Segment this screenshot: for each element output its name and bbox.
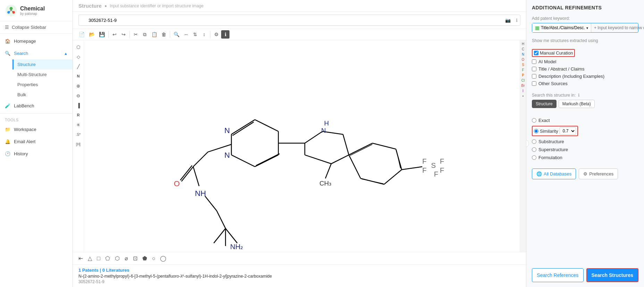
circle-ring-btn[interactable]: ⊡ (132, 254, 139, 262)
other-sources-label: Other Sources (538, 81, 568, 86)
radio-row-formulation: Formulation (532, 154, 638, 162)
element-Cl[interactable]: Cl (521, 78, 525, 83)
right-refinement-panel: › ADDITIONAL REFINEMENTS Add patent keyw… (526, 0, 644, 287)
diamond-btn[interactable]: ⌀ (123, 254, 129, 262)
move-tool-btn[interactable]: ⇤ (77, 254, 84, 262)
open-btn[interactable]: 📂 (87, 30, 97, 39)
hexagon-btn[interactable]: ⬡ (114, 254, 121, 262)
formulation-label: Formulation (538, 155, 562, 160)
flip-v-btn[interactable]: ⇅ (191, 30, 199, 39)
search-in-options: Structure Markush (Beta) (532, 100, 638, 108)
star-tool-btn[interactable]: ✳ (74, 120, 83, 129)
molecule-canvas[interactable]: N N O NH (84, 40, 520, 252)
compound-input[interactable] (78, 15, 520, 26)
delete-btn[interactable]: 🗑 (160, 30, 168, 39)
element-F[interactable]: F (521, 68, 524, 72)
element-C[interactable]: C (521, 47, 525, 51)
all-databases-btn[interactable]: 🌐 All Databases (532, 169, 576, 179)
redo-btn[interactable]: ↪ (119, 30, 128, 39)
ellipse-btn[interactable]: ○ (151, 255, 157, 262)
search-references-button[interactable]: Search References (532, 268, 584, 282)
minus-tool-btn[interactable]: ⊖ (74, 91, 83, 100)
search-expand-icon: ▲ (64, 51, 68, 56)
preferences-btn[interactable]: ⚙ Preferences (579, 169, 618, 179)
element-more[interactable]: • (522, 94, 524, 98)
exact-radio[interactable] (532, 118, 536, 123)
keyword-input[interactable] (591, 23, 644, 32)
undo-btn[interactable]: ↩ (110, 30, 119, 39)
sidebar: Chemical by patsnap ☰ Collapse Sidebar 🏠… (0, 0, 73, 287)
fit-width-btn[interactable]: ↔ (182, 30, 190, 39)
flip-h-btn[interactable]: ↕ (200, 30, 208, 39)
settings-btn[interactable]: ⚙ (212, 30, 220, 39)
title-abstract-claims-checkbox[interactable] (532, 67, 536, 71)
main-content-area: ❓ ⊞ 👤 Structure ● Input substance identi… (73, 0, 644, 287)
element-P[interactable]: P (521, 73, 525, 77)
similarity-value-select[interactable]: 0.7 0.6 0.8 0.9 (560, 127, 576, 135)
similarity-radio[interactable] (534, 129, 538, 133)
h-tool-btn[interactable]: [H] (74, 140, 83, 149)
save-btn[interactable]: 💾 (97, 30, 107, 39)
s-tool-btn[interactable]: .S* (74, 130, 83, 139)
sidebar-sub-structure[interactable]: Structure (12, 59, 73, 69)
checkbox-row-ai-model: AI Model (532, 58, 638, 65)
molecule-svg: N N O NH (84, 40, 520, 252)
radio-row-substructure: Substructure (532, 138, 638, 146)
octagon-btn[interactable]: ⬟ (141, 254, 149, 262)
sidebar-item-search[interactable]: 🔍 Search ▲ (0, 47, 73, 59)
element-I[interactable]: I (522, 89, 524, 93)
superstructure-radio[interactable] (532, 147, 536, 152)
new-doc-btn[interactable]: 📄 (77, 30, 86, 39)
paste-btn[interactable]: 📋 (150, 30, 159, 39)
substructure-radio[interactable] (532, 139, 536, 144)
sidebar-sub-multi-structure[interactable]: Multi-Structure (12, 69, 73, 80)
svg-line-32 (343, 134, 349, 155)
sidebar-sub-bulk[interactable]: Bulk (12, 90, 73, 100)
select-tool-btn[interactable]: ⬡ (74, 42, 83, 51)
search-in-markush-btn[interactable]: Markush (Beta) (559, 100, 595, 108)
r-tool-btn[interactable]: R (74, 110, 83, 120)
collapse-sidebar-button[interactable]: ☰ Collapse Sidebar (0, 21, 73, 34)
manual-curation-checkbox[interactable] (534, 51, 538, 55)
patents-link[interactable]: 1 Patents | 0 Literatures (78, 268, 129, 273)
zoom-in-btn[interactable]: 🔍 (172, 30, 181, 39)
n-tool-btn[interactable]: N (74, 72, 83, 81)
search-structures-button[interactable]: Search Structures (586, 268, 639, 282)
bond-tool-btn[interactable]: ◇ (74, 52, 83, 61)
sidebar-item-workspace[interactable]: 📁 Workspace (0, 123, 73, 136)
svg-text:F: F (440, 157, 444, 165)
sidebar-item-homepage[interactable]: 🏠 Homepage (0, 35, 73, 47)
large-circle-btn[interactable]: ◯ (159, 254, 168, 262)
description-checkbox[interactable] (532, 74, 536, 79)
info-icon[interactable]: ℹ (516, 18, 518, 23)
sidebar-item-email-alert[interactable]: 🔔 Email Alert (0, 136, 73, 148)
element-Br[interactable]: Br (521, 83, 525, 88)
compound-name: N-(2-amino-2-methylpropyl)-6-[3-methyl-5… (78, 274, 520, 279)
sidebar-item-labbench[interactable]: 🧪 LabBench (0, 100, 73, 112)
search-in-structure-btn[interactable]: Structure (532, 100, 557, 108)
editor-info-btn[interactable]: ℹ (221, 30, 229, 39)
ai-model-checkbox[interactable] (532, 59, 536, 64)
draw-tool-btn[interactable]: ╱ (74, 62, 83, 71)
keyword-selector[interactable]: ▦ Title/Abst./Claims/Desc. ▾ (532, 23, 591, 32)
camera-icon[interactable]: 📷 (505, 18, 511, 23)
triangle-btn[interactable]: △ (86, 254, 93, 262)
element-N[interactable]: N (521, 52, 525, 57)
formulation-radio[interactable] (532, 155, 536, 160)
cut-btn[interactable]: ✂ (132, 30, 140, 39)
plus-tool-btn[interactable]: ⊕ (74, 81, 83, 90)
element-O[interactable]: O (521, 57, 525, 62)
other-sources-checkbox[interactable] (532, 81, 536, 86)
similarity-label: Similarity (540, 129, 558, 134)
sidebar-item-history[interactable]: 🕐 History (0, 148, 73, 160)
compound-input-wrapper: 🔍 📷 ℹ (78, 15, 520, 26)
copy-btn[interactable]: ⧉ (141, 30, 149, 39)
element-H[interactable]: H (521, 42, 525, 46)
svg-line-7 (255, 120, 278, 131)
bracket-tool-btn[interactable]: ▐ (74, 101, 83, 110)
pentagon-btn[interactable]: ⬠ (104, 254, 111, 262)
sidebar-sub-properties[interactable]: Properties (12, 80, 73, 90)
app-name: Chemical (20, 6, 45, 12)
element-S[interactable]: S (521, 63, 525, 67)
square-btn[interactable]: □ (95, 255, 102, 262)
